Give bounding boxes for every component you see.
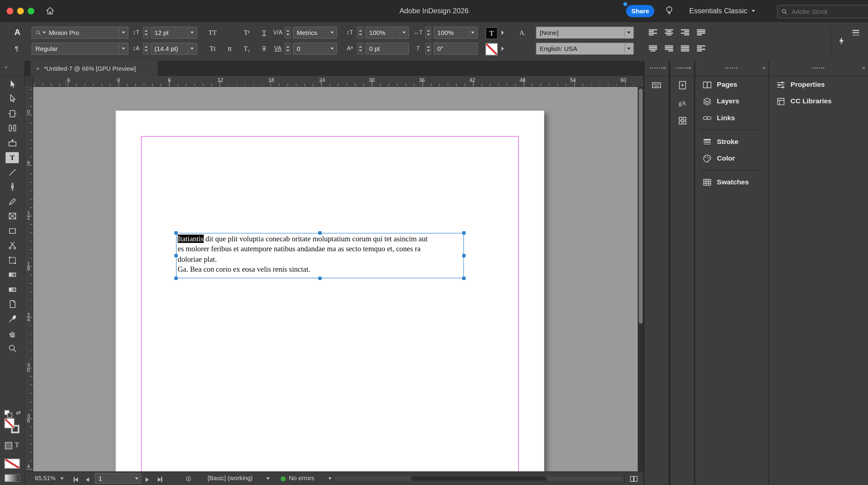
tracking-combo[interactable]: 0	[293, 42, 337, 55]
baseline-shift-field[interactable]: 0 pt	[365, 42, 409, 55]
first-page-button[interactable]	[73, 476, 78, 483]
fill-expand-button[interactable]	[499, 27, 507, 38]
small-caps-button[interactable]: Tt	[205, 42, 220, 55]
collapse-panel-icon[interactable]: «	[763, 64, 766, 70]
align-left-button[interactable]	[649, 29, 657, 35]
quick-actions-bolt-icon[interactable]	[837, 36, 846, 47]
apply-none-swatch[interactable]	[4, 459, 20, 469]
formatting-affects-text-button[interactable]: T	[15, 441, 19, 449]
share-button[interactable]: Share	[626, 5, 654, 17]
baseline-shift-stepper[interactable]	[357, 42, 363, 55]
gradient-feather-tool[interactable]	[5, 284, 19, 295]
justify-last-right-button[interactable]	[665, 45, 673, 52]
font-size-stepper[interactable]	[143, 27, 149, 38]
next-page-button[interactable]	[146, 476, 149, 483]
zoom-tool[interactable]	[5, 343, 19, 354]
panel-item-cc-libraries[interactable]: CC Libraries	[769, 93, 868, 110]
selected-text-frame[interactable]: Itatiantis dit que plit voluptia conecab…	[176, 233, 464, 278]
previous-page-button[interactable]	[86, 476, 89, 483]
stock-search-input[interactable]	[790, 8, 854, 16]
preflight-profile[interactable]: [Basic] (working)	[208, 475, 253, 481]
character-fill-swatch[interactable]: T	[486, 27, 498, 39]
character-formatting-toggle[interactable]: A	[14, 25, 21, 37]
skew-field[interactable]: 0°	[433, 42, 478, 55]
kerning-stepper[interactable]	[284, 27, 290, 38]
content-collector-tool[interactable]	[5, 137, 19, 149]
rectangle-tool[interactable]	[5, 225, 19, 236]
panel-item-stroke[interactable]: Stroke	[695, 133, 768, 150]
eyedropper-tool[interactable]	[5, 313, 19, 324]
adobe-stock-search[interactable]	[777, 5, 868, 19]
ligatures-button[interactable]: tt	[222, 42, 238, 55]
strikethrough-button[interactable]: T	[256, 42, 272, 55]
font-style-combo[interactable]: Regular	[32, 42, 128, 55]
horizontal-ruler[interactable]: 6 0 6 12 18 24 30 36 42 48 54 60	[25, 76, 644, 87]
grid-panel-icon[interactable]	[670, 112, 694, 130]
superscript-button[interactable]: T¹	[239, 27, 254, 38]
text-run[interactable]: dit que plit voluptia conecab oritate mo…	[204, 235, 428, 243]
panel-item-pages[interactable]: Pages	[695, 76, 768, 93]
text-line[interactable]: Ga. Bea con corio ex eosa velis renis si…	[178, 264, 464, 275]
text-line[interactable]: es molorer feribus et autempore natibus …	[178, 244, 464, 255]
justify-last-left-button[interactable]	[697, 29, 705, 35]
tracking-stepper[interactable]	[284, 42, 290, 55]
pen-tool[interactable]	[5, 181, 19, 193]
horizontal-scale-stepper[interactable]	[425, 27, 431, 38]
gradient-swatch-tool[interactable]	[5, 269, 19, 281]
font-size-combo[interactable]: 12 pt	[151, 27, 197, 38]
selection-tool[interactable]	[5, 78, 19, 90]
horizontal-scrollbar-thumb[interactable]	[411, 476, 547, 481]
gap-tool[interactable]	[5, 123, 19, 134]
adjust-layout-icon[interactable]	[670, 76, 694, 94]
stroke-expand-button[interactable]	[499, 43, 507, 54]
panel-item-swatches[interactable]: Swatches	[695, 174, 768, 190]
hand-tool[interactable]	[5, 328, 19, 339]
frame-handle-top-center[interactable]	[318, 231, 321, 235]
zoom-chevron-icon[interactable]	[60, 478, 64, 480]
vertical-scrollbar[interactable]	[638, 87, 643, 472]
kerning-combo[interactable]: Metrics	[293, 27, 337, 38]
panel-header[interactable]: «	[644, 61, 669, 76]
formatting-affects-container-button[interactable]	[5, 442, 12, 449]
preflight-status[interactable]: No errors	[289, 475, 314, 481]
font-family-combo[interactable]: Minion Pro	[32, 27, 128, 38]
paragraph-formatting-toggle[interactable]: ¶	[15, 42, 19, 55]
panel-item-color[interactable]: Color	[695, 150, 768, 167]
panel-header[interactable]: «	[695, 61, 768, 76]
workspace-switcher[interactable]: Essentials Classic	[689, 7, 755, 15]
vertical-scale-stepper[interactable]	[357, 27, 363, 38]
rectangle-frame-tool[interactable]	[5, 211, 19, 222]
panel-item-layers[interactable]: Layers	[695, 93, 768, 110]
spread-view-icon[interactable]	[629, 475, 638, 484]
pasteboard[interactable]: Itatiantis dit que plit voluptia conecab…	[25, 87, 644, 472]
direct-selection-tool[interactable]	[5, 93, 19, 104]
preflight-chevron-icon[interactable]	[266, 478, 270, 480]
page-number-combo[interactable]: 1	[95, 473, 141, 484]
vertical-scale-combo[interactable]: 100%	[365, 27, 409, 38]
frame-handle-bottom-center[interactable]	[318, 277, 321, 280]
note-tool[interactable]	[5, 298, 19, 310]
panel-item-links[interactable]: Links	[695, 110, 768, 126]
errors-chevron-icon[interactable]	[328, 478, 332, 480]
collapse-panel-icon[interactable]: «	[688, 64, 691, 70]
frame-handle-top-left[interactable]	[175, 231, 178, 235]
align-right-button[interactable]	[681, 29, 689, 35]
character-style-combo[interactable]: [None]	[536, 27, 634, 38]
horizontal-scale-combo[interactable]: 100%	[433, 27, 478, 38]
type-tool[interactable]: T	[5, 152, 19, 163]
toolbar-expand-icon[interactable]: »	[0, 61, 24, 76]
horizontal-scrollbar[interactable]	[335, 476, 623, 481]
all-caps-button[interactable]: TT	[205, 27, 220, 38]
panel-menu-icon[interactable]	[852, 30, 859, 35]
preflight-menu-icon[interactable]	[185, 476, 191, 483]
close-tab-icon[interactable]: ×	[36, 65, 39, 72]
language-combo[interactable]: English: USA	[536, 42, 634, 55]
swap-fill-stroke-icon[interactable]: ⇄	[16, 410, 21, 415]
vertical-ruler[interactable]: 0 6 12 18 24 30 36 4	[25, 87, 33, 472]
frame-handle-bottom-left[interactable]	[175, 277, 178, 280]
leading-combo[interactable]: (14.4 pt)	[151, 42, 197, 55]
underline-button[interactable]: T	[256, 27, 272, 38]
selected-text[interactable]: Itatiantis	[178, 235, 204, 243]
vertical-scrollbar-thumb[interactable]	[639, 89, 643, 324]
frame-handle-mid-right[interactable]	[462, 254, 466, 257]
